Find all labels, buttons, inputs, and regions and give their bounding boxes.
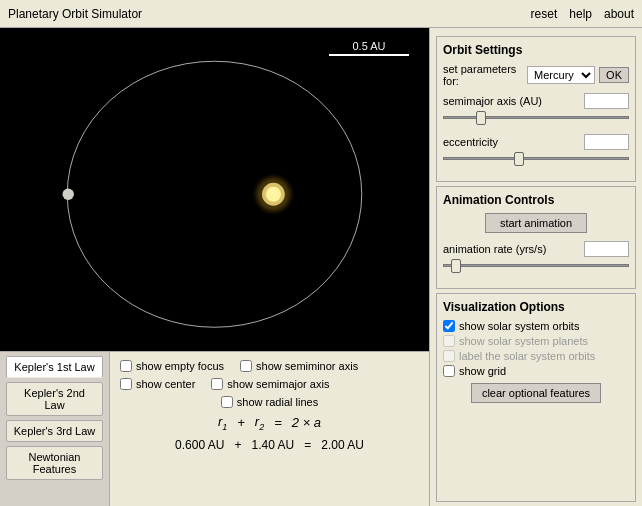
show-center-label[interactable]: show center: [120, 378, 195, 390]
radial-row: show radial lines: [120, 396, 419, 408]
animation-title: Animation Controls: [443, 193, 629, 207]
semimajor-label-row: semimajor axis (AU) 1.00: [443, 93, 629, 109]
checkbox-row-2: show center show semimajor axis: [120, 378, 419, 390]
semimajor-label: semimajor axis (AU): [443, 95, 542, 107]
formula-row: r1 + r2 = 2 × a: [120, 414, 419, 432]
rate-label-row: animation rate (yrs/s) 0.20: [443, 241, 629, 257]
orbit-canvas: 0.5 AU: [0, 28, 429, 351]
right-panel: Orbit Settings set parameters for: Mercu…: [430, 28, 642, 506]
show-radial-label[interactable]: show radial lines: [221, 396, 318, 408]
visualization-options: Visualization Options show solar system …: [436, 293, 636, 502]
show-semimajor-cb[interactable]: [211, 378, 223, 390]
show-solar-planets-cb[interactable]: [443, 335, 455, 347]
eccentricity-label: eccentricity: [443, 136, 498, 148]
about-link[interactable]: about: [604, 7, 634, 21]
tab-newtonian[interactable]: Newtonian Features: [6, 446, 103, 480]
show-solar-orbits-cb[interactable]: [443, 320, 455, 332]
rate-input[interactable]: 0.20: [584, 241, 629, 257]
titlebar-links: reset help about: [531, 7, 634, 21]
eccentricity-group: eccentricity 0.400: [443, 134, 629, 167]
rate-label: animation rate (yrs/s): [443, 243, 546, 255]
eccentricity-slider[interactable]: [443, 152, 629, 164]
svg-point-0: [67, 61, 362, 327]
planet-select[interactable]: Mercury Venus Earth Mars Jupiter Saturn …: [527, 66, 595, 84]
formula-plus: +: [237, 415, 245, 430]
svg-point-3: [266, 187, 281, 202]
val-plus: +: [234, 438, 241, 452]
rate-slider[interactable]: [443, 259, 629, 271]
vis-title: Visualization Options: [443, 300, 629, 314]
show-semiminor-label[interactable]: show semiminor axis: [240, 360, 358, 372]
planet-select-label: set parameters for:: [443, 63, 523, 87]
tabs-sidebar: Kepler's 1st Law Kepler's 2nd Law Kepler…: [0, 352, 110, 506]
semimajor-slider[interactable]: [443, 111, 629, 123]
formula-2a: 2 × a: [292, 415, 321, 430]
svg-point-4: [63, 189, 74, 200]
show-solar-orbits-label[interactable]: show solar system orbits: [443, 320, 629, 332]
animation-controls: Animation Controls start animation anima…: [436, 186, 636, 289]
reset-link[interactable]: reset: [531, 7, 558, 21]
rate-group: animation rate (yrs/s) 0.20: [443, 241, 629, 274]
tab-kepler2[interactable]: Kepler's 2nd Law: [6, 382, 103, 416]
semimajor-input[interactable]: 1.00: [584, 93, 629, 109]
val-2a: 2.00 AU: [321, 438, 364, 452]
formula-r1: r1: [218, 414, 227, 432]
val-r2: 1.40 AU: [251, 438, 294, 452]
app-title: Planetary Orbit Simulator: [8, 7, 142, 21]
help-link[interactable]: help: [569, 7, 592, 21]
formula-eq: =: [274, 415, 282, 430]
ok-button[interactable]: OK: [599, 67, 629, 83]
show-solar-planets-label[interactable]: show solar system planets: [443, 335, 629, 347]
show-empty-focus-label[interactable]: show empty focus: [120, 360, 224, 372]
left-panel: 0.5 AU: [0, 28, 430, 506]
show-semiminor-cb[interactable]: [240, 360, 252, 372]
label-orbits-label[interactable]: label the solar system orbits: [443, 350, 629, 362]
checkbox-row-1: show empty focus show semiminor axis: [120, 360, 419, 372]
eccentricity-label-row: eccentricity 0.400: [443, 134, 629, 150]
show-grid-cb[interactable]: [443, 365, 455, 377]
val-r1: 0.600 AU: [175, 438, 224, 452]
start-animation-button[interactable]: start animation: [485, 213, 587, 233]
clear-features-button[interactable]: clear optional features: [471, 383, 601, 403]
eccentricity-input[interactable]: 0.400: [584, 134, 629, 150]
show-empty-focus-cb[interactable]: [120, 360, 132, 372]
main-area: 0.5 AU: [0, 28, 642, 506]
formula-r2: r2: [255, 414, 264, 432]
orbit-settings: Orbit Settings set parameters for: Mercu…: [436, 36, 636, 182]
orbit-settings-title: Orbit Settings: [443, 43, 629, 57]
show-center-cb[interactable]: [120, 378, 132, 390]
planet-select-row: set parameters for: Mercury Venus Earth …: [443, 63, 629, 87]
values-row: 0.600 AU + 1.40 AU = 2.00 AU: [120, 438, 419, 452]
bottom-section: Kepler's 1st Law Kepler's 2nd Law Kepler…: [0, 351, 429, 506]
orbit-svg: [0, 28, 429, 351]
val-equals: =: [304, 438, 311, 452]
show-semimajor-label[interactable]: show semimajor axis: [211, 378, 329, 390]
show-grid-label[interactable]: show grid: [443, 365, 629, 377]
titlebar: Planetary Orbit Simulator reset help abo…: [0, 0, 642, 28]
tab-kepler3[interactable]: Kepler's 3rd Law: [6, 420, 103, 442]
tab-kepler1[interactable]: Kepler's 1st Law: [6, 356, 103, 378]
show-radial-cb[interactable]: [221, 396, 233, 408]
label-orbits-cb[interactable]: [443, 350, 455, 362]
kepler1-panel: show empty focus show semiminor axis sho…: [110, 352, 429, 506]
semimajor-group: semimajor axis (AU) 1.00: [443, 93, 629, 126]
